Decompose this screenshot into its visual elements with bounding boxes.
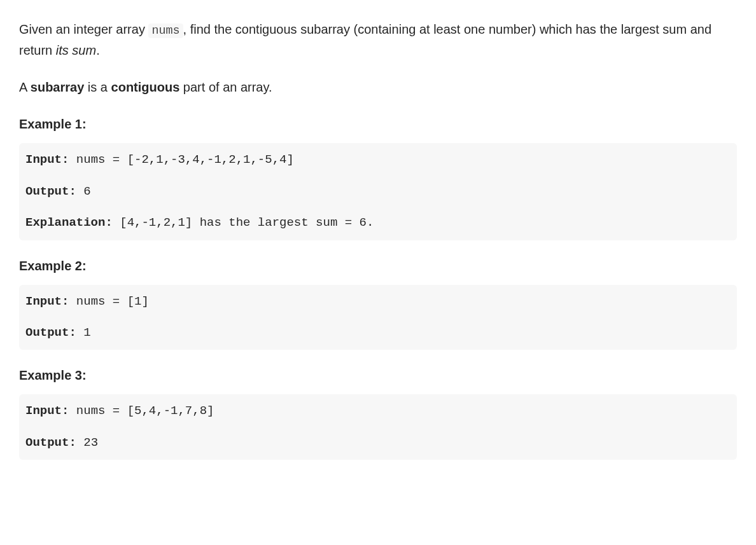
example-1-output: 6 (76, 184, 91, 198)
explanation-label: Explanation: (25, 216, 113, 230)
example-1-explanation: [4,-1,2,1] has the largest sum = 6. (113, 216, 374, 230)
example-3-output: 23 (76, 436, 98, 450)
input-label: Input: (25, 404, 69, 418)
subarray-paragraph: A subarray is a contiguous part of an ar… (19, 77, 737, 97)
example-1-heading: Example 1: (19, 114, 737, 134)
intro-paragraph: Given an integer array nums, find the co… (19, 19, 737, 60)
code-nums: nums (148, 24, 183, 38)
subarray-pre: A (19, 80, 31, 94)
subarray-post: part of an array. (179, 80, 272, 94)
example-3-heading: Example 3: (19, 365, 737, 385)
output-label: Output: (25, 436, 76, 450)
example-2-output: 1 (76, 326, 91, 340)
subarray-b1: subarray (31, 80, 85, 94)
subarray-b2: contiguous (111, 80, 180, 94)
input-label: Input: (25, 153, 69, 167)
intro-italic: its sum (56, 43, 96, 57)
input-label: Input: (25, 294, 69, 308)
problem-description: Given an integer array nums, find the co… (19, 19, 737, 460)
example-2-heading: Example 2: (19, 256, 737, 276)
example-2-block: Input: nums = [1] Output: 1 (19, 285, 737, 350)
output-label: Output: (25, 326, 76, 340)
example-1-input: nums = [-2,1,-3,4,-1,2,1,-5,4] (69, 153, 293, 167)
intro-text-post: . (96, 43, 100, 57)
example-2-input: nums = [1] (69, 294, 148, 308)
example-3-input: nums = [5,4,-1,7,8] (69, 404, 214, 418)
output-label: Output: (25, 184, 76, 198)
example-1-block: Input: nums = [-2,1,-3,4,-1,2,1,-5,4] Ou… (19, 143, 737, 240)
subarray-mid: is a (84, 80, 111, 94)
example-3-block: Input: nums = [5,4,-1,7,8] Output: 23 (19, 394, 737, 460)
intro-text-pre: Given an integer array (19, 22, 148, 36)
